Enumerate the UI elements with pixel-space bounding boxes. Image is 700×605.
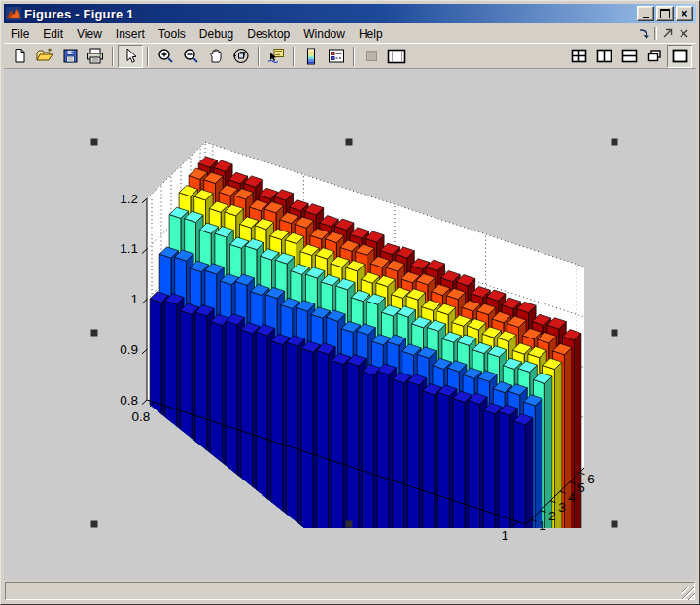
tile-horizontal-button[interactable]: [616, 45, 642, 68]
print-figure-button[interactable]: [83, 45, 108, 68]
toolbar-separator: [147, 47, 149, 66]
resize-grip[interactable]: [682, 587, 695, 600]
zoom-in-icon: [158, 48, 174, 64]
show-plot-tools-icon: [387, 49, 406, 64]
menu-tools[interactable]: Tools: [152, 25, 192, 43]
show-plot-tools-button[interactable]: [384, 45, 409, 68]
svg-text:1: 1: [130, 292, 138, 306]
rotate-3d-button[interactable]: [228, 45, 254, 68]
tile-horizontal-icon: [621, 49, 638, 63]
menu-debug[interactable]: Debug: [192, 25, 240, 43]
svg-text:6: 6: [587, 472, 595, 486]
window-title: Figures - Figure 1: [24, 7, 134, 21]
title-bar[interactable]: Figures - Figure 1 ×: [4, 4, 696, 23]
insert-colorbar-icon: [303, 48, 319, 65]
edit-plot-button[interactable]: [118, 45, 143, 68]
hide-plot-tools-icon: [364, 49, 379, 63]
maximize-button[interactable]: [656, 6, 674, 21]
zoom-out-icon: [183, 48, 199, 64]
toolbar-separator: [353, 47, 355, 66]
close-button[interactable]: ×: [676, 6, 693, 21]
print-figure-icon: [87, 48, 104, 64]
pan-button[interactable]: [203, 45, 228, 68]
minimize-button[interactable]: [637, 6, 654, 21]
menu-desktop[interactable]: Desktop: [240, 25, 297, 43]
pan-hand-icon: [208, 48, 225, 64]
tile-2x2-button[interactable]: [566, 45, 591, 68]
svg-text:1: 1: [501, 528, 508, 543]
close-icon: ×: [681, 8, 687, 19]
tile-vertical-icon: [596, 49, 612, 63]
rotate-3d-icon: [232, 48, 250, 64]
menu-bar: File Edit View Insert Tools Debug Deskto…: [4, 24, 696, 43]
data-cursor-button[interactable]: [263, 45, 289, 68]
status-bar: [4, 581, 696, 601]
status-text: [5, 582, 695, 600]
new-figure-icon: [12, 48, 28, 64]
cascade-windows-button[interactable]: [642, 45, 667, 68]
save-figure-icon: [62, 48, 79, 64]
svg-text:4: 4: [568, 490, 576, 505]
svg-text:0.9: 0.9: [120, 342, 138, 357]
toolbar-separator: [258, 47, 260, 66]
close-figure-icon[interactable]: [678, 27, 690, 40]
svg-text:0.8: 0.8: [120, 393, 138, 408]
svg-text:1.2: 1.2: [120, 192, 138, 206]
svg-text:3: 3: [558, 500, 566, 515]
svg-text:5: 5: [578, 480, 585, 495]
tile-vertical-button[interactable]: [591, 45, 616, 68]
menu-file[interactable]: File: [4, 25, 36, 43]
zoom-in-button[interactable]: [153, 45, 178, 68]
maximize-icon: [660, 9, 670, 18]
undock-figure-icon[interactable]: [661, 27, 674, 40]
svg-text:1.1: 1.1: [120, 241, 138, 256]
menu-window[interactable]: Window: [297, 25, 352, 43]
figure-window: Figures - Figure 1 × File Edit View Inse…: [0, 0, 700, 605]
toolbar-separator: [112, 47, 114, 66]
toolbar-separator: [293, 47, 295, 66]
dock-figure-icon[interactable]: [638, 27, 650, 40]
minimize-icon: [643, 17, 649, 18]
maximize-figure-button[interactable]: [667, 45, 692, 68]
axes-3d-bar-plot[interactable]: 0.80.911.11.20.81123456: [4, 69, 696, 580]
svg-text:0.8: 0.8: [131, 409, 150, 424]
svg-text:2: 2: [548, 509, 556, 523]
save-figure-button[interactable]: [57, 45, 83, 68]
toolbar: [4, 43, 696, 69]
menu-edit[interactable]: Edit: [36, 25, 70, 43]
pointer-icon: [122, 48, 138, 64]
zoom-out-button[interactable]: [178, 45, 203, 68]
figure-canvas[interactable]: 0.80.911.11.20.81123456: [4, 69, 696, 580]
open-file-icon: [36, 48, 53, 64]
menu-help[interactable]: Help: [352, 25, 390, 43]
cascade-windows-icon: [647, 49, 663, 63]
hide-plot-tools-button[interactable]: [359, 45, 384, 68]
svg-text:1: 1: [539, 518, 546, 533]
open-file-button[interactable]: [32, 45, 57, 68]
menu-view[interactable]: View: [70, 25, 109, 43]
insert-legend-icon: [328, 48, 345, 64]
data-cursor-icon: [267, 48, 285, 64]
new-figure-button[interactable]: [7, 45, 32, 68]
insert-legend-button[interactable]: [324, 45, 349, 68]
insert-colorbar-button[interactable]: [298, 45, 324, 68]
tile-2x2-icon: [571, 49, 587, 63]
menu-right-separator: [654, 27, 657, 40]
menu-insert[interactable]: Insert: [109, 25, 152, 43]
matlab-logo-icon: [6, 7, 21, 20]
maximize-figure-icon: [672, 49, 688, 63]
